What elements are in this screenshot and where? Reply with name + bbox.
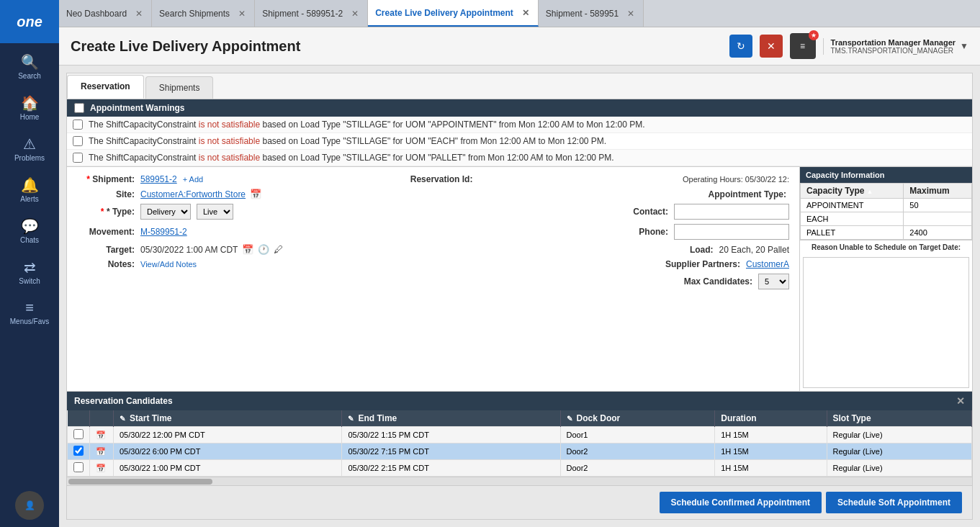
contact-input[interactable] <box>674 204 789 220</box>
tab-close-search-shipments[interactable]: ✕ <box>237 9 247 19</box>
col-end-time[interactable]: ✎ End Time <box>342 410 560 427</box>
capacity-max-2 <box>904 212 972 226</box>
menu-icon: ≡ <box>25 299 34 316</box>
notes-label: Notes: <box>77 259 135 269</box>
calendar-icon[interactable]: 📅 <box>250 189 261 199</box>
bottom-bar: Schedule Confirmed Appointment Schedule … <box>67 485 972 519</box>
supplier-label: Supplier Partners: <box>665 259 740 269</box>
movement-value[interactable]: M-589951-2 <box>140 227 187 237</box>
warning-text-2: The ShiftCapacityConstraint is not satis… <box>89 136 606 146</box>
candidate-row-1: 📅 05/30/22 12:00 PM CDT 05/30/22 1:15 PM… <box>68 427 972 443</box>
sidebar-item-search[interactable]: 🔍 Search <box>0 46 59 87</box>
candidates-table: ✎ Start Time ✎ End Time ✎ Dock Door <box>67 410 972 477</box>
candidate-end-1: 05/30/22 1:15 PM CDT <box>342 427 560 443</box>
form-main: Shipment: 589951-2 + Add Reservation Id:… <box>67 167 799 391</box>
target-timezone-icon[interactable]: 🖊 <box>274 244 283 255</box>
load-value: 20 Each, 20 Pallet <box>719 245 789 255</box>
max-candidates-select[interactable]: 5 10 15 <box>758 274 789 289</box>
capacity-row-1: APPOINTMENT 50 <box>801 199 972 212</box>
view-add-notes-link[interactable]: View/Add Notes <box>140 260 197 269</box>
candidate-row-3: 📅 05/30/22 1:00 PM CDT 05/30/22 2:15 PM … <box>68 460 972 477</box>
candidate-checkbox-2[interactable] <box>73 446 84 456</box>
favorites-button[interactable]: ≡ ★ <box>790 33 816 59</box>
close-button[interactable]: ✕ <box>760 35 783 58</box>
tab-close-shipment[interactable]: ✕ <box>626 9 636 19</box>
candidate-end-2: 05/30/22 7:15 PM CDT <box>342 443 560 460</box>
col-duration[interactable]: Duration <box>715 410 827 427</box>
col-dock-door[interactable]: ✎ Dock Door <box>560 410 715 427</box>
form-row-site: Site: CustomerA:Fortworth Store 📅 Appoin… <box>77 189 789 199</box>
phone-input[interactable] <box>674 224 789 240</box>
sidebar-item-alerts[interactable]: 🔔 Alerts <box>0 169 59 210</box>
user-dropdown-icon[interactable]: ▼ <box>960 41 968 51</box>
tab-reservation[interactable]: Reservation <box>67 75 144 99</box>
target-clock-icon[interactable]: 🕐 <box>258 244 269 255</box>
candidate-cal-icon-2[interactable]: 📅 <box>96 447 106 456</box>
candidates-header-label: Reservation Candidates <box>74 396 173 406</box>
fav-badge: ★ <box>809 30 819 40</box>
sidebar-item-home[interactable]: 🏠 Home <box>0 87 59 128</box>
schedule-confirmed-button[interactable]: Schedule Confirmed Appointment <box>660 492 822 513</box>
capacity-panel: Capacity Information Capacity Type ▲ Max… <box>799 167 972 391</box>
movement-label: Movement: <box>77 227 135 237</box>
site-value[interactable]: CustomerA:Fortworth Store <box>140 189 246 199</box>
sidebar-logo[interactable]: one <box>0 0 59 43</box>
shipment-value[interactable]: 589951-2 <box>140 174 177 184</box>
candidate-checkbox-3[interactable] <box>73 462 84 472</box>
warning-checkbox-2[interactable] <box>73 136 83 146</box>
tab-close-create-live[interactable]: ✕ <box>521 8 531 18</box>
sidebar-item-problems[interactable]: ⚠ Problems <box>0 128 59 169</box>
target-calendar-icon[interactable]: 📅 <box>242 244 253 255</box>
avatar[interactable]: 👤 <box>15 491 44 520</box>
warnings-select-all-checkbox[interactable] <box>74 103 84 113</box>
candidates-header-row: ✎ Start Time ✎ End Time ✎ Dock Door <box>68 410 972 427</box>
candidate-row-2: 📅 05/30/22 6:00 PM CDT 05/30/22 7:15 PM … <box>68 443 972 460</box>
col-start-time[interactable]: ✎ Start Time <box>114 410 342 427</box>
tab-close-shipment-2[interactable]: ✕ <box>350 9 360 19</box>
type-select-1[interactable]: Delivery <box>140 204 191 220</box>
sidebar-item-switch[interactable]: ⇄ Switch <box>0 251 59 292</box>
sidebar: one 🔍 Search 🏠 Home ⚠ Problems 🔔 Alerts … <box>0 0 59 527</box>
tab-search-shipments[interactable]: Search Shipments ✕ <box>152 0 255 27</box>
candidate-duration-2: 1H 15M <box>715 443 827 460</box>
capacity-col-max[interactable]: Maximum <box>904 184 972 199</box>
candidate-cal-icon-1[interactable]: 📅 <box>96 431 106 439</box>
supplier-value[interactable]: CustomerA <box>746 259 789 269</box>
type-select-2[interactable]: Live <box>197 204 233 220</box>
tab-create-live-delivery[interactable]: Create Live Delivery Appointment ✕ <box>368 0 539 27</box>
reason-label: Reason Unable to Schedule on Target Date… <box>800 240 972 254</box>
tab-shipment-589951-2[interactable]: Shipment - 589951-2 ✕ <box>255 0 368 27</box>
warning-text-3: The ShiftCapacityConstraint is not satis… <box>89 153 614 163</box>
inner-tab-bar: Reservation Shipments <box>67 73 972 99</box>
tab-label: Shipment - 589951-2 <box>262 9 343 19</box>
load-label: Load: <box>656 245 714 255</box>
candidate-dock-3: Door2 <box>560 460 715 477</box>
col-slot-type[interactable]: Slot Type <box>827 410 972 427</box>
candidate-cal-icon-3[interactable]: 📅 <box>96 464 106 472</box>
candidates-close-button[interactable]: ✕ <box>956 395 965 407</box>
capacity-type-3: PALLET <box>801 226 904 240</box>
h-scroll-thumb[interactable] <box>68 479 212 485</box>
sidebar-item-label: Menus/Favs <box>10 317 49 325</box>
tab-neo-dashboard[interactable]: Neo Dashboard ✕ <box>59 0 152 27</box>
content-area: Reservation Shipments Appointment Warnin… <box>59 66 980 527</box>
operating-hours: Operating Hours: 05/30/22 12: <box>683 175 789 184</box>
shipment-label: Shipment: <box>77 174 135 184</box>
warning-checkbox-3[interactable] <box>73 153 83 163</box>
horizontal-scrollbar[interactable] <box>67 477 972 485</box>
tab-shipments[interactable]: Shipments <box>145 76 214 99</box>
tab-shipment-589951[interactable]: Shipment - 589951 ✕ <box>539 0 644 27</box>
capacity-col-type[interactable]: Capacity Type ▲ <box>801 184 904 199</box>
tab-label: Search Shipments <box>159 9 230 19</box>
candidate-checkbox-1[interactable] <box>73 429 84 439</box>
user-role: TMS.TRANSPORTATION_MANAGER <box>831 47 956 55</box>
sidebar-item-menus[interactable]: ≡ Menus/Favs <box>0 292 59 333</box>
tab-close-neo-dashboard[interactable]: ✕ <box>134 9 144 19</box>
refresh-button[interactable]: ↻ <box>729 35 752 58</box>
capacity-table: Capacity Type ▲ Maximum APPOINTMENT <box>800 183 972 240</box>
add-link[interactable]: + Add <box>183 175 203 184</box>
schedule-soft-button[interactable]: Schedule Soft Appointment <box>826 492 962 513</box>
sidebar-item-chats[interactable]: 💬 Chats <box>0 210 59 251</box>
max-candidates-label: Max Candidates: <box>684 276 752 287</box>
warning-checkbox-1[interactable] <box>73 120 83 130</box>
